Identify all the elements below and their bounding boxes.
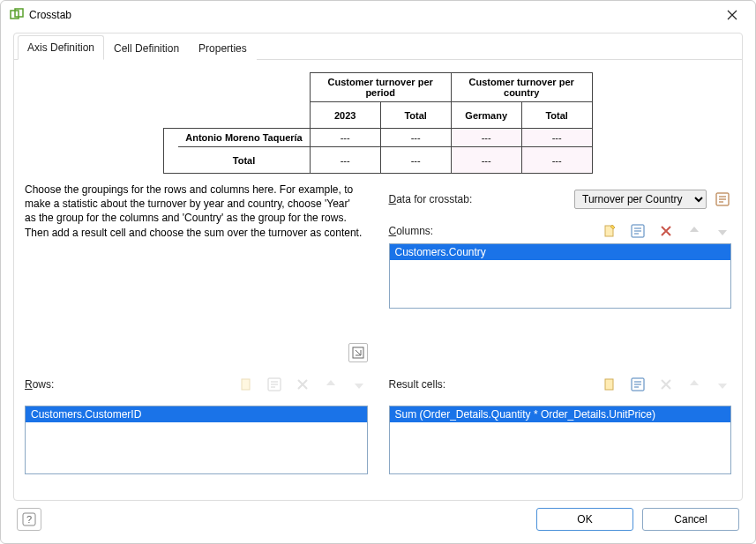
crosstab-preview: Customer turnover per period Customer tu… (25, 67, 731, 183)
move-up-icon[interactable] (322, 376, 340, 393)
properties-icon[interactable] (714, 190, 731, 208)
edit-icon[interactable] (629, 222, 647, 240)
titlebar: Crosstab (1, 1, 755, 29)
preview-colgroup-country: Customer turnover per country (451, 73, 592, 102)
preview-row-total: Total (178, 147, 310, 174)
list-item[interactable]: Customers.CustomerID (26, 406, 367, 422)
delete-icon[interactable] (294, 376, 311, 393)
new-icon[interactable] (601, 376, 618, 393)
preview-row-customer: Antonio Moreno Taquería (178, 129, 310, 147)
list-item[interactable]: Sum (Order_Details.Quantity * Order_Deta… (390, 406, 731, 422)
move-up-icon[interactable] (685, 376, 703, 393)
preview-col-2023: 2023 (310, 102, 380, 129)
edit-icon[interactable] (629, 376, 647, 393)
tab-content-axis: Customer turnover per period Customer tu… (14, 60, 742, 500)
preview-table: Customer turnover per period Customer tu… (163, 72, 592, 174)
delete-icon[interactable] (657, 222, 675, 240)
preview-cell: --- (451, 129, 521, 147)
list-item[interactable]: Customers.Country (390, 244, 731, 260)
tab-axis-definition[interactable]: Axis Definition (18, 35, 104, 60)
close-button[interactable] (718, 3, 746, 27)
preview-cell: --- (380, 129, 451, 147)
window-title: Crosstab (29, 9, 718, 21)
preview-cell: --- (380, 147, 451, 174)
rows-label: Rows: (25, 378, 54, 391)
expand-preview-button[interactable] (348, 343, 368, 362)
columns-list[interactable]: Customers.Country (389, 243, 732, 309)
tab-bar: Axis Definition Cell Definition Properti… (14, 34, 742, 60)
new-icon[interactable] (601, 222, 618, 240)
tab-cell-definition[interactable]: Cell Definition (104, 36, 189, 60)
preview-col-total2: Total (521, 102, 592, 129)
tab-properties[interactable]: Properties (189, 36, 257, 60)
preview-cell: --- (310, 147, 380, 174)
move-down-icon[interactable] (714, 222, 731, 240)
data-for-crosstab-label: Data for crosstab: (389, 193, 473, 205)
preview-col-germany: Germany (451, 102, 521, 129)
data-for-crosstab-select[interactable]: Turnover per Country (574, 190, 707, 209)
preview-cell: --- (521, 147, 592, 174)
data-for-crosstab-row: Data for crosstab: Turnover per Country (389, 183, 732, 217)
crosstab-dialog: Crosstab Axis Definition Cell Definition… (0, 0, 756, 544)
dialog-footer: ? OK Cancel (13, 501, 743, 531)
rows-list[interactable]: Customers.CustomerID (25, 406, 368, 474)
move-down-icon[interactable] (350, 376, 368, 393)
tabset: Axis Definition Cell Definition Properti… (13, 33, 743, 501)
preview-cell: --- (451, 147, 521, 174)
app-icon (10, 8, 24, 22)
result-cells-toolbar (601, 376, 731, 393)
columns-toolbar (601, 222, 731, 240)
edit-icon[interactable] (266, 376, 283, 393)
svg-rect-8 (605, 379, 613, 390)
svg-text:?: ? (26, 514, 32, 525)
preview-col-total1: Total (380, 102, 451, 129)
rows-toolbar (237, 376, 368, 393)
preview-cell: --- (310, 129, 380, 147)
move-down-icon[interactable] (714, 376, 731, 393)
move-up-icon[interactable] (685, 222, 703, 240)
preview-colgroup-period: Customer turnover per period (310, 73, 451, 102)
preview-cell: --- (521, 129, 592, 147)
help-text: Choose the groupings for the rows and co… (25, 183, 368, 324)
svg-rect-6 (242, 379, 250, 390)
new-icon[interactable] (237, 376, 255, 393)
result-cells-label: Result cells: (389, 378, 446, 391)
help-button[interactable]: ? (17, 508, 41, 531)
ok-button[interactable]: OK (536, 508, 633, 531)
result-cells-list[interactable]: Sum (Order_Details.Quantity * Order_Deta… (389, 406, 732, 474)
columns-label: Columns: (389, 225, 434, 237)
delete-icon[interactable] (657, 376, 675, 393)
cancel-button[interactable]: Cancel (642, 508, 739, 531)
